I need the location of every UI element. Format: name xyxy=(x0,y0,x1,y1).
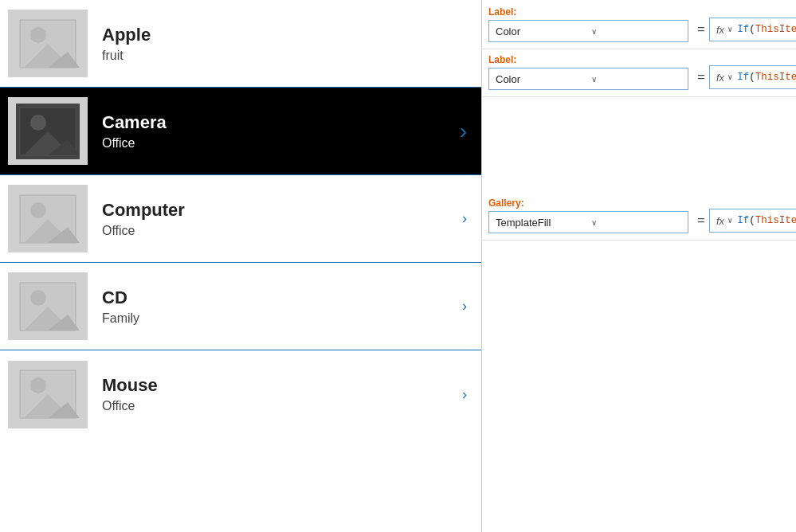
dropdown-section-2: Label: Color ∨ xyxy=(482,53,693,93)
thumbnail-mouse xyxy=(8,361,88,428)
gallery-panel[interactable]: Apple fruit Camera Office › xyxy=(0,0,482,532)
item-title-cd: CD xyxy=(102,288,462,308)
formula-section-2: Label: Color ∨ = fx ∨ If(ThisItem.IsSele… xyxy=(482,49,796,97)
formula-code-1: If(ThisItem.IsSelected,White,RGBA(0, 0, … xyxy=(737,24,796,35)
formula-section-3: Gallery: TemplateFill ∨ = fx ∨ If(ThisIt… xyxy=(482,193,796,241)
chevron-computer: › xyxy=(462,210,467,227)
equals-2: = xyxy=(693,70,709,84)
equals-1: = xyxy=(693,22,709,37)
dropdown-value-2: Color xyxy=(496,73,586,85)
item-text-camera: Camera Office xyxy=(102,112,460,151)
dropdown-value-1: Color xyxy=(496,25,586,37)
item-text-apple: Apple fruit xyxy=(102,25,473,63)
item-subtitle-mouse: Office xyxy=(102,399,462,413)
thumbnail-computer xyxy=(8,185,88,252)
thumbnail-apple xyxy=(8,10,88,77)
gallery-item-mouse[interactable]: Mouse Office › xyxy=(0,350,481,438)
formula-code-2: If(ThisItem.IsSelected,White,RGBA(0, 0, … xyxy=(737,72,796,83)
thumbnail-camera xyxy=(8,97,88,165)
chevron-camera: › xyxy=(460,119,467,144)
formula-dropdown-3[interactable]: TemplateFill ∨ xyxy=(488,211,688,233)
dropdown-value-3: TemplateFill xyxy=(496,217,586,229)
item-subtitle-computer: Office xyxy=(102,224,462,238)
fx-label-3: fx xyxy=(716,215,724,227)
gallery-item-computer[interactable]: Computer Office › xyxy=(0,175,481,263)
item-text-cd: CD Family xyxy=(102,288,462,326)
dropdown-section-3: Gallery: TemplateFill ∨ xyxy=(482,196,693,237)
formula-dropdown-1[interactable]: Color ∨ xyxy=(488,20,688,42)
formula-dropdown-2[interactable]: Color ∨ xyxy=(488,68,688,90)
equals-3: = xyxy=(693,213,709,228)
chevron-cd: › xyxy=(462,298,467,315)
dropdown-arrow-1: ∨ xyxy=(591,27,682,36)
item-title-mouse: Mouse xyxy=(102,375,462,396)
svg-point-12 xyxy=(30,202,46,218)
item-title-apple: Apple xyxy=(102,25,473,45)
item-subtitle-camera: Office xyxy=(102,136,460,151)
thumbnail-cd xyxy=(8,272,88,340)
dropdown-arrow-2: ∨ xyxy=(591,75,682,84)
item-title-camera: Camera xyxy=(102,112,460,133)
fx-chevron-3: ∨ xyxy=(727,216,732,225)
formula-label-2: Label: xyxy=(488,54,688,65)
dropdown-section-1: Label: Color ∨ xyxy=(482,5,693,45)
formula-bar-2[interactable]: fx ∨ If(ThisItem.IsSelected,White,RGBA(0… xyxy=(709,65,796,89)
fx-label-2: fx xyxy=(716,72,724,84)
dropdown-arrow-3: ∨ xyxy=(591,218,682,227)
gallery-item-apple[interactable]: Apple fruit xyxy=(0,0,481,88)
svg-point-22 xyxy=(30,377,46,393)
fx-chevron-1: ∨ xyxy=(727,25,732,34)
item-title-computer: Computer xyxy=(102,200,462,221)
formula-code-3: If(ThisItem.IsSelected,Black,RGBA(0, 0, … xyxy=(737,215,796,226)
svg-point-7 xyxy=(30,115,46,131)
item-subtitle-cd: Family xyxy=(102,311,462,326)
chevron-mouse: › xyxy=(462,386,467,403)
item-text-mouse: Mouse Office xyxy=(102,375,462,413)
formula-bar-1[interactable]: fx ∨ If(ThisItem.IsSelected,White,RGBA(0… xyxy=(709,18,796,41)
formula-section-1: Label: Color ∨ = fx ∨ If(ThisItem.IsSele… xyxy=(482,0,796,49)
item-text-computer: Computer Office xyxy=(102,200,462,238)
fx-chevron-2: ∨ xyxy=(727,72,732,82)
formula-panel: Label: Color ∨ = fx ∨ If(ThisItem.IsSele… xyxy=(482,0,796,532)
gallery-item-camera[interactable]: Camera Office › xyxy=(0,88,481,175)
spacer-mid xyxy=(482,97,796,193)
svg-point-17 xyxy=(30,290,46,306)
gallery-item-cd[interactable]: CD Family › xyxy=(0,263,481,350)
formula-bar-3[interactable]: fx ∨ If(ThisItem.IsSelected,Black,RGBA(0… xyxy=(709,209,796,233)
fx-label-1: fx xyxy=(716,24,724,36)
item-subtitle-apple: fruit xyxy=(102,49,473,63)
formula-label-1: Label: xyxy=(488,6,688,18)
svg-point-2 xyxy=(30,27,46,43)
formula-label-3: Gallery: xyxy=(488,198,688,209)
